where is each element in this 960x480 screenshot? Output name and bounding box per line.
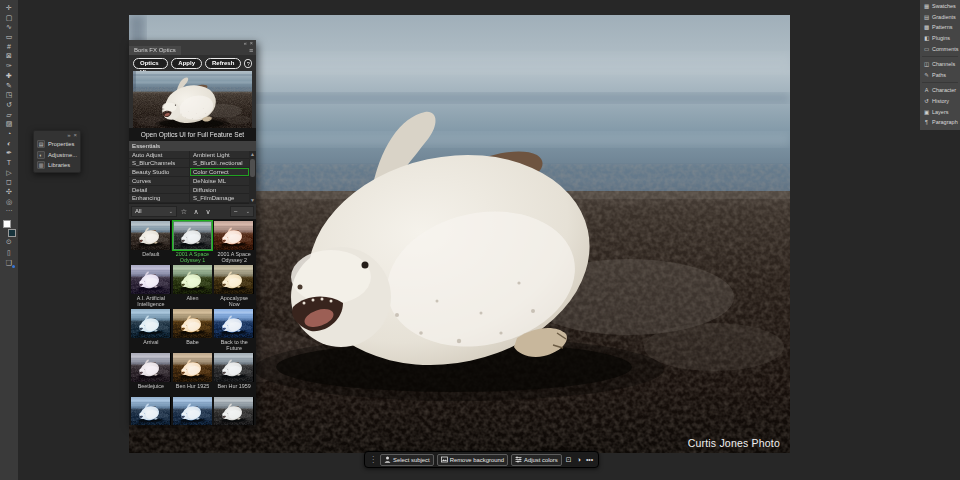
preset-ai-artificial-intelligence[interactable]: A.I. Artificial Intelligence <box>131 265 171 307</box>
effect-item[interactable]: Auto Adjust <box>129 151 189 160</box>
character-icon: A <box>923 87 930 93</box>
refresh-button[interactable]: Refresh <box>205 58 241 69</box>
preset-ben-hur-1959[interactable]: Ben Hur 1959 <box>214 353 254 395</box>
scroll-up-icon[interactable]: ▲ <box>250 151 255 158</box>
preset-beetlejuice[interactable]: Beetlejuice <box>131 353 171 395</box>
optics-ui-button[interactable]: Optics UI <box>133 58 168 69</box>
gradient-tool[interactable]: ▨ <box>0 119 18 129</box>
effect-item[interactable]: DeNoise ML <box>189 177 249 186</box>
brush-tool[interactable]: ✎ <box>0 81 18 91</box>
crop-taskbar-icon[interactable]: ⊡ <box>565 456 573 464</box>
panel-tab-paths[interactable]: ✎Paths <box>920 70 960 81</box>
preset-babe[interactable]: Babe <box>173 309 213 351</box>
panel-tab-patterns[interactable]: ▩Patterns <box>920 22 960 33</box>
effect-item[interactable]: Enhancing <box>129 194 189 203</box>
preset-partial-1[interactable] <box>131 397 171 426</box>
preset-alien[interactable]: Alien <box>173 265 213 307</box>
lasso-tool[interactable]: ∿ <box>0 22 18 32</box>
select-subject-button[interactable]: Select subject <box>380 454 434 466</box>
healing-brush-tool[interactable]: ✚ <box>0 71 18 81</box>
edit-toolbar-button[interactable]: ⋯ <box>0 206 18 216</box>
foreground-color-swatch[interactable] <box>3 220 11 228</box>
panel-menu-icon[interactable]: ≡ <box>249 46 256 55</box>
favorites-star-button[interactable]: ☆ <box>179 206 189 217</box>
more-options-icon[interactable]: ••• <box>585 456 594 463</box>
frame-tool[interactable]: ⊠ <box>0 51 18 61</box>
share-button[interactable]: ❑ <box>0 258 18 269</box>
effect-item[interactable]: Detail <box>129 186 189 195</box>
previous-preset-button[interactable]: ∧ <box>191 206 201 217</box>
preset-arrival[interactable]: Arrival <box>131 309 171 351</box>
help-button[interactable]: ? <box>244 59 252 68</box>
history-brush-tool[interactable]: ↺ <box>0 100 18 110</box>
contrast-icon[interactable]: ◑ <box>576 456 582 463</box>
screen-mode-button[interactable]: ▯ <box>0 248 18 259</box>
effect-item[interactable]: Ambient Light <box>189 151 249 160</box>
panel-tab-layers[interactable]: ▣Layers <box>920 106 960 117</box>
effect-item[interactable]: S_FilmDamage <box>189 194 249 203</box>
blur-tool[interactable]: ◔ <box>0 129 18 139</box>
comments-icon: ▭ <box>923 46 930 52</box>
path-selection-tool[interactable]: ▷ <box>0 168 18 178</box>
panel-tab-gradients[interactable]: ▤Gradients <box>920 12 960 23</box>
panel-tab-libraries[interactable]: ▥ Libraries <box>34 160 80 171</box>
panel-tab-channels[interactable]: ◫Channels <box>920 59 960 70</box>
preset-back-to-the-future[interactable]: Back to the Future <box>214 309 254 351</box>
crop-tool[interactable]: # <box>0 42 18 52</box>
scrollbar-track[interactable] <box>250 158 255 197</box>
marquee-tool[interactable]: ▢ <box>0 13 18 23</box>
effect-item[interactable]: Diffusion <box>189 186 249 195</box>
object-selection-tool[interactable]: ▭ <box>0 32 18 42</box>
panel-tab-paragraph[interactable]: ¶Paragraph <box>920 117 960 128</box>
panel-tab-plugins[interactable]: ◧Plugins <box>920 33 960 44</box>
expand-panels-icon[interactable]: » <box>67 132 70 138</box>
secondary-dropdown[interactable]: – ⌄ <box>230 206 254 217</box>
pen-tool[interactable]: ✒ <box>0 148 18 158</box>
panel-tab-properties[interactable]: ▤ Properties <box>34 139 80 150</box>
quick-mask-button[interactable]: ⊙ <box>0 237 18 248</box>
category-header[interactable]: Essentials <box>129 141 256 151</box>
panel-tab-history[interactable]: ↺History <box>920 96 960 107</box>
type-tool[interactable]: T <box>0 158 18 168</box>
remove-background-button[interactable]: Remove background <box>437 454 508 466</box>
apply-button[interactable]: Apply <box>171 58 202 69</box>
effect-item-selected[interactable]: Color Correct <box>189 168 249 177</box>
effect-item[interactable]: S_BlurDi..rectional <box>189 159 249 168</box>
taskbar-grip[interactable]: ⋮ <box>369 455 377 465</box>
preset-partial-3[interactable] <box>214 397 254 426</box>
scrollbar-thumb[interactable] <box>250 159 255 177</box>
zoom-tool[interactable]: ◎ <box>0 197 18 207</box>
adjust-colors-button[interactable]: Adjust colors <box>511 454 562 466</box>
panel-tab-comments[interactable]: ▭Comments <box>920 43 960 54</box>
right-panel-dock: ▦Swatches ▤Gradients ▩Patterns ◧Plugins … <box>920 0 960 130</box>
eyedropper-tool[interactable]: ✑ <box>0 61 18 71</box>
effect-item[interactable]: Curves <box>129 177 189 186</box>
background-color-swatch[interactable] <box>8 229 16 237</box>
adjustments-icon: ◐ <box>37 151 45 159</box>
preset-2001-a-space-odyssey-1[interactable]: 2001 A Space Odyssey 1 <box>173 221 213 263</box>
shape-tool[interactable]: ◻ <box>0 177 18 187</box>
preset-ben-hur-1925[interactable]: Ben Hur 1925 <box>173 353 213 395</box>
preset-default[interactable]: Default <box>131 221 171 263</box>
move-tool[interactable]: ✛ <box>0 3 18 13</box>
scroll-down-icon[interactable]: ▼ <box>250 197 255 204</box>
effect-item[interactable]: Beauty Studio <box>129 168 189 177</box>
effects-list: Auto Adjust Ambient Light S_BlurChannels… <box>129 151 249 204</box>
clone-stamp-tool[interactable]: ◳ <box>0 90 18 100</box>
preset-2001-a-space-odyssey-2[interactable]: 2001 A Space Odyssey 2 <box>214 221 254 263</box>
hand-tool[interactable]: ✣ <box>0 187 18 197</box>
preset-collection-dropdown[interactable]: All ⌄ <box>131 206 177 217</box>
dodge-tool[interactable]: ◐ <box>0 139 18 149</box>
eraser-tool[interactable]: ▱ <box>0 110 18 120</box>
effect-item[interactable]: S_BlurChannels <box>129 159 189 168</box>
preset-apocalypse-now[interactable]: Apocalypse Now <box>214 265 254 307</box>
effects-scrollbar[interactable]: ▲ ▼ <box>249 151 256 204</box>
panel-tab-swatches[interactable]: ▦Swatches <box>920 1 960 12</box>
panel-tab-adjustments[interactable]: ◐ Adjustme... <box>34 150 80 161</box>
optics-panel-tab[interactable]: Boris FX Optics <box>129 46 181 55</box>
panel-tab-character[interactable]: ACharacter <box>920 85 960 96</box>
next-preset-button[interactable]: ∨ <box>203 206 213 217</box>
layers-icon: ▣ <box>923 109 930 115</box>
preset-partial-2[interactable] <box>173 397 213 426</box>
close-icon[interactable]: × <box>73 132 77 138</box>
